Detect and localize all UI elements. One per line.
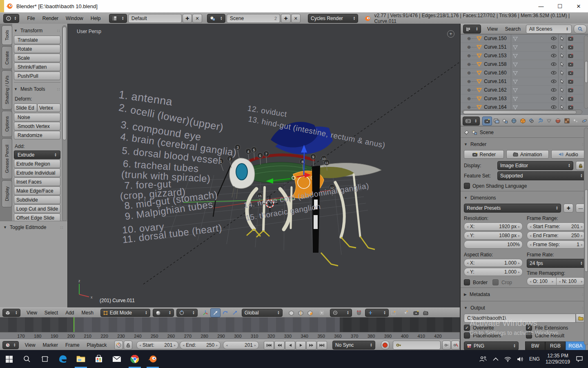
- delete-scene-button[interactable]: ✕: [291, 14, 301, 23]
- menu-item[interactable]: Add: [62, 308, 78, 318]
- limit-visible-cube1-icon[interactable]: [287, 309, 296, 317]
- start-button[interactable]: [0, 350, 18, 368]
- tool-button[interactable]: Shrink/Fatten: [14, 63, 60, 71]
- output-checkbox-row[interactable]: Cache Result: [526, 332, 586, 339]
- shrink-region-icon[interactable]: [401, 309, 410, 317]
- toolshelf-tab[interactable]: Display: [2, 180, 12, 207]
- play-icon[interactable]: [296, 341, 306, 350]
- tool-button[interactable]: Vertex: [37, 103, 60, 112]
- opengl-render-anim-icon[interactable]: [421, 309, 430, 317]
- outliner-row[interactable]: ⊕ Curve.161: [461, 77, 583, 86]
- task-view-icon[interactable]: [36, 350, 54, 368]
- expand-icon[interactable]: ⊕: [467, 45, 471, 50]
- delete-keyframe-icon[interactable]: [451, 341, 460, 350]
- menu-item[interactable]: Playback: [83, 340, 111, 350]
- context-modifiers-icon[interactable]: [536, 117, 545, 125]
- region-expand-plus-icon[interactable]: +: [447, 30, 454, 38]
- lock-range-icon[interactable]: [124, 341, 132, 350]
- timeline-end-field[interactable]: ◂End:250▸: [180, 341, 220, 349]
- scene-name-field[interactable]: Scene 2: [227, 14, 280, 23]
- expand-icon[interactable]: ⊕: [467, 105, 471, 110]
- animation-button[interactable]: Animation: [506, 150, 549, 159]
- pivot-select[interactable]: ▲▼: [176, 309, 198, 317]
- shading-select[interactable]: ▲▼: [153, 309, 174, 317]
- editor-type-3dview-button[interactable]: ▲▼: [2, 309, 20, 317]
- panel-grip-icon[interactable]: ∷: [57, 29, 60, 33]
- renderability-camera-icon[interactable]: [568, 45, 573, 49]
- screen-layout-field[interactable]: Default: [128, 14, 182, 23]
- visibility-eye-icon[interactable]: [551, 45, 557, 49]
- tool-button[interactable]: Make Edge/Face: [14, 186, 60, 195]
- visibility-eye-icon[interactable]: [551, 105, 557, 109]
- volume-icon[interactable]: [517, 357, 523, 362]
- extrude-dropdown[interactable]: Extrude▲▼: [14, 150, 60, 159]
- timeline-start-field[interactable]: ◂Start:201▸: [136, 341, 178, 349]
- selectability-cursor-icon[interactable]: [560, 70, 564, 75]
- frames-seconds-icon[interactable]: [114, 341, 123, 350]
- limit-visible-cube2-icon[interactable]: [296, 309, 305, 317]
- expand-icon[interactable]: ⊕: [467, 53, 471, 58]
- menu-item[interactable]: Window: [62, 13, 87, 24]
- resolution-scale-slider[interactable]: 100%: [464, 240, 523, 249]
- properties-vscrollbar[interactable]: [584, 128, 588, 345]
- jump-to-end-icon[interactable]: [317, 341, 327, 350]
- taskbar-search-icon[interactable]: [18, 350, 36, 368]
- occlude-geometry-icon[interactable]: [317, 309, 327, 317]
- manipulator-axis-icon[interactable]: [201, 309, 210, 317]
- add-layout-button[interactable]: ✚: [183, 14, 192, 23]
- renderability-camera-icon[interactable]: [568, 71, 573, 75]
- tool-button[interactable]: Extrude Individual: [14, 168, 60, 177]
- antenna[interactable]: [213, 164, 231, 217]
- resolution-y-field[interactable]: ◂Y:1080 px▸: [464, 231, 523, 240]
- context-render-layers-icon[interactable]: [492, 117, 501, 125]
- toolshelf-tab[interactable]: Create: [2, 46, 12, 69]
- file-format-select[interactable]: PNG▲▼: [464, 341, 519, 350]
- start-frame-field[interactable]: ◂Start Frame:201▸: [527, 222, 586, 231]
- dimensions-panel-header[interactable]: ▼Dimensions ∷: [464, 193, 586, 202]
- outliner-vscrollbar[interactable]: [584, 35, 588, 109]
- renderability-camera-icon[interactable]: [568, 62, 573, 67]
- renderability-camera-icon[interactable]: [568, 79, 573, 84]
- visibility-eye-icon[interactable]: [551, 62, 557, 66]
- selectability-cursor-icon[interactable]: [560, 105, 564, 110]
- menu-item[interactable]: Frame: [62, 340, 83, 350]
- taskbar-clock[interactable]: 12:35 PM 12/29/2019: [546, 353, 570, 365]
- outliner-menu-search[interactable]: Search: [501, 24, 524, 34]
- toggle-editmode-panel-header[interactable]: ▼ Toggle Editmode ∷: [3, 223, 64, 232]
- limit-visible-cube3-icon[interactable]: [305, 309, 315, 317]
- viewport-3d[interactable]: User Persp: [67, 24, 460, 307]
- output-checkbox-row[interactable]: ✓Overwrite: [464, 325, 523, 331]
- outliner-row[interactable]: ⊕ Curve.160: [461, 69, 583, 77]
- context-render-icon[interactable]: [482, 117, 492, 126]
- tool-button[interactable]: Scale: [14, 54, 60, 62]
- resolution-x-field[interactable]: ◂X:1920 px▸: [464, 222, 523, 231]
- tool-button[interactable]: Noise: [14, 113, 60, 121]
- tool-button[interactable]: Slide Ed: [14, 103, 37, 112]
- tool-button[interactable]: Extrude Region: [14, 159, 60, 168]
- menu-item[interactable]: Mesh: [78, 308, 97, 318]
- manipulator-rotate-icon[interactable]: [220, 309, 230, 317]
- edge-icon[interactable]: [54, 350, 72, 368]
- orientation-select[interactable]: Global▲▼: [242, 309, 283, 317]
- render-engine-select[interactable]: Cycles Render ▲▼: [308, 14, 358, 23]
- render-panel-header[interactable]: ▼Render ∷: [464, 140, 586, 149]
- toolshelf-tab[interactable]: Grease Pencil: [2, 138, 12, 179]
- context-data-icon[interactable]: [545, 117, 554, 125]
- selectability-cursor-icon[interactable]: [560, 53, 564, 58]
- pen-leg[interactable]: [312, 166, 320, 253]
- timeline-ruler[interactable]: 1701801902002102202302402502602702802903…: [0, 332, 460, 339]
- outliner-menu-view[interactable]: View: [483, 24, 501, 34]
- color-mode-option[interactable]: RGB: [545, 341, 565, 350]
- toolshelf-tab[interactable]: Shading / UVs: [2, 70, 12, 110]
- expand-icon[interactable]: ⊕: [467, 79, 471, 84]
- snap-target-icon[interactable]: [389, 309, 398, 317]
- expand-icon[interactable]: ⊕: [467, 62, 471, 67]
- outliner-row[interactable]: ⊕ Curve.153: [461, 52, 583, 60]
- scene-selector-icon-button[interactable]: ▲▼: [207, 14, 225, 23]
- snap-magnet-icon[interactable]: [354, 309, 364, 317]
- maximize-button[interactable]: ☐: [550, 0, 569, 12]
- osl-checkbox[interactable]: [464, 183, 470, 189]
- tray-chevron-icon[interactable]: [493, 357, 499, 361]
- context-material-icon[interactable]: [554, 117, 563, 125]
- tool-button[interactable]: Translate: [14, 36, 60, 44]
